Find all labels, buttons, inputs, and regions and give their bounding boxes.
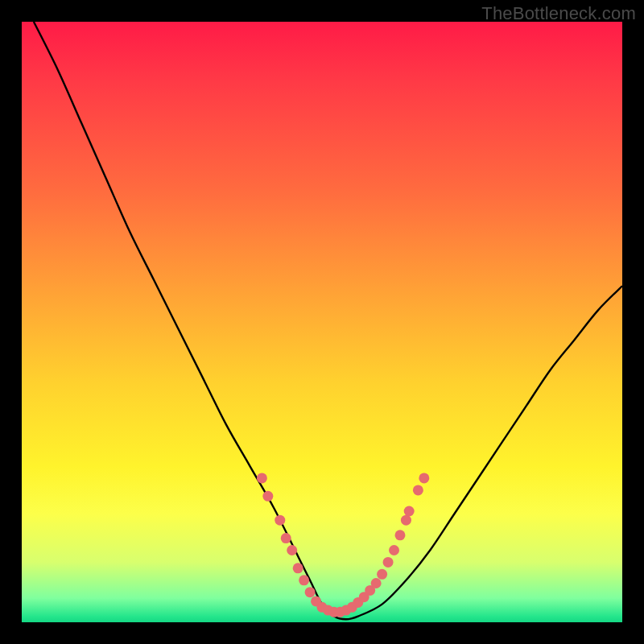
watermark-text: TheBottleneck.com	[481, 3, 636, 24]
plot-area	[22, 22, 622, 622]
curve-marker	[262, 491, 273, 502]
curve-marker	[377, 569, 387, 580]
curve-marker	[293, 563, 303, 573]
curve-marker	[383, 557, 394, 568]
curve-marker	[389, 545, 399, 555]
curve-marker	[371, 578, 382, 588]
curve-markers	[257, 473, 429, 617]
curve-marker	[275, 515, 285, 526]
curve-marker	[305, 587, 316, 597]
curve-marker	[287, 545, 297, 555]
curve-marker	[401, 515, 411, 526]
chart-frame: TheBottleneck.com	[0, 0, 644, 644]
bottleneck-curve-svg	[22, 22, 622, 622]
curve-marker	[299, 575, 309, 585]
curve-marker	[281, 533, 291, 543]
curve-marker	[394, 530, 405, 540]
curve-marker	[413, 485, 423, 495]
bottleneck-curve	[34, 22, 622, 619]
curve-marker	[404, 506, 415, 516]
curve-marker	[257, 473, 267, 483]
curve-marker	[419, 473, 429, 483]
